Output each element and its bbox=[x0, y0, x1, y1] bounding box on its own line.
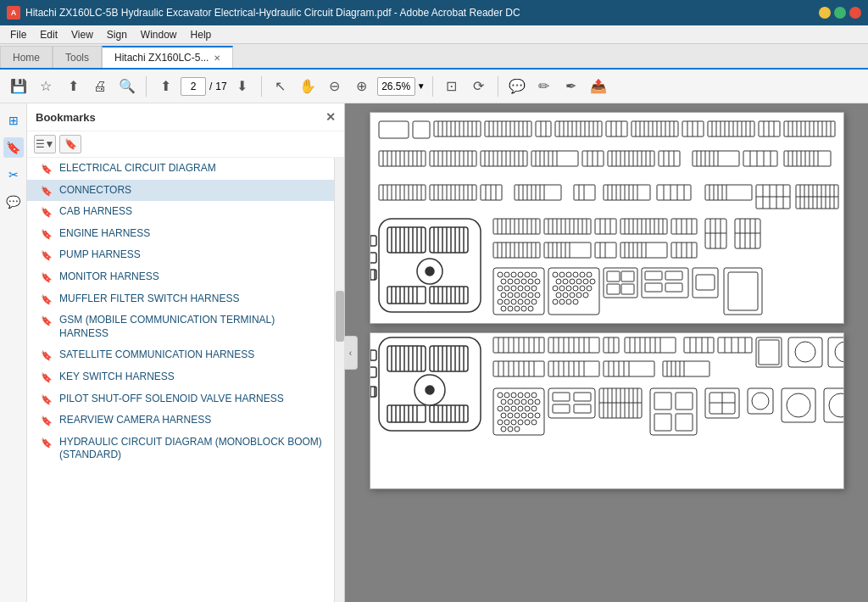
svg-point-400 bbox=[504, 299, 509, 304]
bookmark-item-4[interactable]: 🔖PUMP HARNESS bbox=[27, 244, 334, 266]
maximize-button[interactable] bbox=[834, 7, 846, 19]
minimize-button[interactable] bbox=[819, 7, 831, 19]
bookmark-label-4: PUMP HARNESS bbox=[59, 248, 326, 262]
svg-point-582 bbox=[525, 393, 530, 398]
bookmark-item-6[interactable]: 🔖MUFFLER FILTER SWITCH HARNESS bbox=[27, 288, 334, 310]
bookmark-item-11[interactable]: 🔖REARVIEW CAMERA HARNESS bbox=[27, 410, 334, 432]
menu-help[interactable]: Help bbox=[184, 27, 219, 42]
svg-rect-630 bbox=[654, 414, 671, 431]
select-tool-button[interactable]: ↖ bbox=[269, 75, 292, 98]
comment-panel-button[interactable]: 💬 bbox=[3, 192, 24, 212]
svg-point-381 bbox=[501, 279, 506, 284]
svg-rect-117 bbox=[531, 151, 578, 166]
bookmark-item-7[interactable]: 🔖GSM (MOBILE COMMUNICATION TERMINAL) HAR… bbox=[27, 309, 334, 344]
bookmark-item-2[interactable]: 🔖CAB HARNESS bbox=[27, 201, 334, 223]
zoom-dropdown-icon[interactable]: ▼ bbox=[417, 81, 426, 91]
tools-panel-button[interactable]: ✂ bbox=[3, 164, 24, 185]
svg-point-404 bbox=[531, 299, 537, 304]
zoom-out-button[interactable]: ⊖ bbox=[323, 75, 347, 98]
svg-point-593 bbox=[518, 406, 523, 411]
svg-point-594 bbox=[525, 406, 530, 411]
svg-point-416 bbox=[587, 272, 592, 277]
zoom-in-button[interactable]: ⊕ bbox=[350, 75, 374, 98]
tab-close-button[interactable]: ✕ bbox=[214, 53, 220, 63]
svg-point-600 bbox=[528, 413, 533, 418]
bookmark-item-5[interactable]: 🔖MONITOR HARNESS bbox=[27, 266, 334, 288]
svg-rect-283 bbox=[370, 270, 376, 280]
svg-point-394 bbox=[508, 293, 513, 298]
fit-page-button[interactable]: ⊡ bbox=[440, 75, 464, 98]
svg-point-387 bbox=[498, 286, 503, 291]
page-navigation: / 17 bbox=[181, 77, 227, 96]
svg-rect-631 bbox=[676, 414, 693, 431]
prev-page-button[interactable]: ⬆ bbox=[153, 75, 177, 98]
sidebar-collapse-button[interactable]: ‹ bbox=[344, 336, 358, 370]
bookmarks-panel-button[interactable]: 🔖 bbox=[3, 137, 24, 158]
pdf-area[interactable] bbox=[345, 103, 868, 602]
tab-tools[interactable]: Tools bbox=[53, 46, 102, 68]
svg-point-427 bbox=[580, 286, 585, 291]
bookmark-icon-9: 🔖 bbox=[41, 371, 53, 383]
svg-point-375 bbox=[498, 272, 503, 277]
upload-button[interactable]: ⬆ bbox=[61, 75, 85, 98]
svg-point-414 bbox=[573, 272, 578, 277]
svg-point-428 bbox=[587, 286, 592, 291]
comment-button[interactable]: 💬 bbox=[505, 75, 529, 98]
svg-point-420 bbox=[576, 279, 581, 284]
menu-file[interactable]: File bbox=[3, 27, 33, 42]
next-page-button[interactable]: ⬇ bbox=[231, 75, 254, 98]
svg-point-597 bbox=[508, 413, 513, 418]
bookmark-view-button[interactable]: ☰▼ bbox=[34, 135, 56, 153]
bookmark-item-3[interactable]: 🔖ENGINE HARNESS bbox=[27, 223, 334, 245]
signature-button[interactable]: ✒ bbox=[559, 75, 583, 98]
print-button[interactable]: 🖨 bbox=[88, 75, 112, 98]
tab-home[interactable]: Home bbox=[0, 46, 53, 68]
menu-edit[interactable]: Edit bbox=[33, 27, 64, 42]
bookmark-label-1: CONNECTORS bbox=[59, 184, 326, 198]
tab-tools-label: Tools bbox=[65, 52, 89, 64]
close-button[interactable] bbox=[849, 7, 861, 19]
menu-window[interactable]: Window bbox=[134, 27, 184, 42]
share-button[interactable]: 📤 bbox=[587, 75, 610, 98]
save-button[interactable]: 💾 bbox=[7, 75, 31, 98]
svg-point-637 bbox=[752, 393, 769, 410]
hand-tool-button[interactable]: ✋ bbox=[296, 75, 320, 98]
bookmark-item-0[interactable]: 🔖ELECTRICAL CIRCUIT DIAGRAM bbox=[27, 158, 334, 180]
zoom-input[interactable] bbox=[377, 77, 415, 96]
bookmark-item-10[interactable]: 🔖PILOT SHUT-OFF SOLENOID VALVE HARNESS bbox=[27, 388, 334, 410]
svg-point-598 bbox=[515, 413, 520, 418]
menu-view[interactable]: View bbox=[64, 27, 100, 42]
rotate-button[interactable]: ⟳ bbox=[467, 75, 491, 98]
svg-point-402 bbox=[518, 299, 523, 304]
pages-panel-button[interactable]: ⊞ bbox=[3, 110, 24, 131]
svg-point-607 bbox=[531, 420, 537, 425]
bookmark-item-1[interactable]: 🔖CONNECTORS bbox=[27, 180, 334, 202]
bookmark-icon-3: 🔖 bbox=[41, 228, 53, 240]
title-bar: A Hitachi ZX160LC-5B Hydraulic Excavator… bbox=[0, 0, 868, 25]
separator-1 bbox=[146, 76, 147, 97]
svg-point-378 bbox=[518, 272, 523, 277]
scrollbar-track[interactable] bbox=[334, 158, 344, 602]
svg-point-413 bbox=[566, 272, 571, 277]
menu-sign[interactable]: Sign bbox=[100, 27, 134, 42]
bookmark-item-9[interactable]: 🔖KEY SWITCH HARNESS bbox=[27, 366, 334, 388]
svg-point-377 bbox=[511, 272, 516, 277]
scrollbar-thumb[interactable] bbox=[336, 291, 344, 342]
page-number-input[interactable] bbox=[181, 77, 206, 96]
svg-point-379 bbox=[525, 272, 530, 277]
pen-button[interactable]: ✏ bbox=[532, 75, 556, 98]
svg-rect-521 bbox=[604, 337, 619, 353]
svg-point-606 bbox=[525, 420, 530, 425]
separator-3 bbox=[432, 76, 433, 97]
svg-rect-164 bbox=[379, 185, 426, 200]
svg-rect-612 bbox=[553, 393, 570, 401]
tab-document[interactable]: Hitachi ZX160LC-5... ✕ bbox=[102, 46, 233, 68]
bookmark-item-12[interactable]: 🔖HYDRAULIC CIRCUIT DIAGRAM (MONOBLOCK BO… bbox=[27, 432, 334, 466]
svg-point-401 bbox=[511, 299, 516, 304]
bookmark-item-8[interactable]: 🔖SATELLITE COMMUNICATION HARNESS bbox=[27, 344, 334, 366]
sidebar-close-button[interactable]: ✕ bbox=[326, 110, 336, 124]
search-button[interactable]: 🔍 bbox=[115, 75, 139, 98]
svg-rect-532 bbox=[684, 337, 714, 353]
bookmark-search-button[interactable]: 🔖 bbox=[59, 135, 81, 153]
bookmark-button[interactable]: ☆ bbox=[34, 75, 58, 98]
